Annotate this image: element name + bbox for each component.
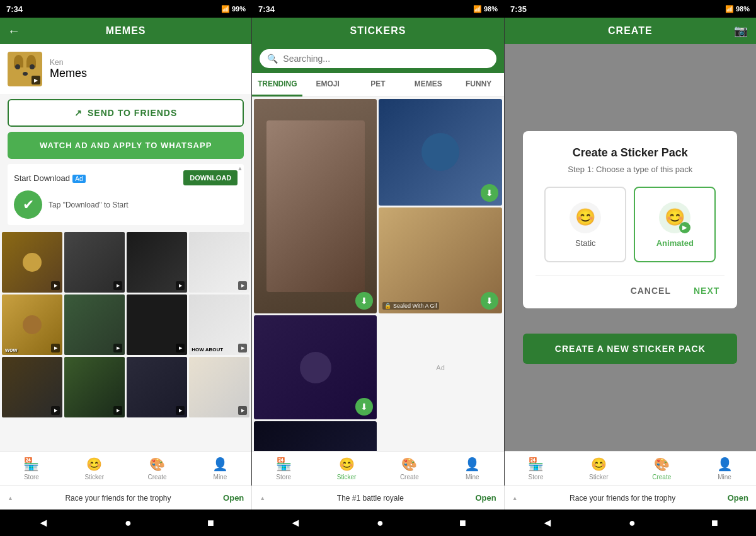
recent-android-p1[interactable]: ■ bbox=[195, 514, 227, 532]
dialog-title: Create a Sticker Pack bbox=[536, 146, 724, 160]
ad-label: Start Download bbox=[14, 173, 70, 183]
sticker-item[interactable]: 🔒 Sealed With A Gif ⬇ bbox=[379, 207, 501, 314]
meme-item[interactable]: ▶ bbox=[189, 357, 249, 417]
bottom-ad-open-p1[interactable]: Open bbox=[223, 493, 244, 503]
nav-store-p3[interactable]: 🏪 Store bbox=[505, 452, 568, 486]
nav-sticker-p1[interactable]: 😊 Sticker bbox=[63, 452, 126, 486]
memes-content: ▶ Ken Memes ↗ SEND TO FRIENDS WATCH AD A… bbox=[0, 44, 251, 451]
sticker-download-button[interactable]: ⬇ bbox=[481, 292, 498, 310]
tab-funny[interactable]: FUNNY bbox=[454, 73, 504, 96]
nav-create-p1[interactable]: 🎨 Create bbox=[126, 452, 189, 486]
nav-sticker-p3[interactable]: 😊 Sticker bbox=[567, 452, 630, 486]
sticker-item[interactable]: GOOD NIGHT! ⬇ bbox=[254, 421, 377, 451]
store-icon-p2: 🏪 bbox=[276, 457, 292, 472]
home-android-p3[interactable]: ● bbox=[616, 514, 648, 532]
search-input[interactable] bbox=[283, 54, 488, 64]
android-nav-p3: ◄ ● ■ bbox=[504, 510, 756, 536]
dialog-option-animated[interactable]: 😊 ▶ Animated bbox=[634, 187, 716, 262]
meme-item[interactable]: ▶ bbox=[64, 232, 125, 293]
home-android-p2[interactable]: ● bbox=[364, 514, 396, 532]
watch-ad-button[interactable]: WATCH AD AND APPLY TO WHATSAPP bbox=[8, 132, 244, 159]
store-icon: 🏪 bbox=[23, 457, 39, 472]
avatar-play-icon: ▶ bbox=[32, 76, 40, 84]
sticker-download-button[interactable]: ⬇ bbox=[481, 184, 498, 202]
meme-item[interactable]: ▶ wow bbox=[2, 294, 62, 355]
nav-mine-label: Mine bbox=[214, 474, 227, 481]
static-icon: 😊 bbox=[570, 202, 601, 233]
meme-item[interactable]: ▶ bbox=[64, 294, 125, 355]
status-icons-panel2: 📶 98% bbox=[473, 5, 498, 13]
back-android-p2[interactable]: ◄ bbox=[277, 514, 314, 532]
nav-mine-p1[interactable]: 👤 Mine bbox=[188, 452, 251, 486]
nav-sticker-p2[interactable]: 😊 Sticker bbox=[315, 452, 378, 486]
sticker-attribution: 🔒 Sealed With A Gif bbox=[382, 302, 439, 310]
profile-title: Memes bbox=[50, 67, 87, 80]
tab-pet[interactable]: PET bbox=[353, 73, 403, 96]
sticker-icon: 😊 bbox=[86, 457, 102, 472]
meme-play-icon: ▶ bbox=[113, 344, 122, 352]
nav-mine-p3[interactable]: 👤 Mine bbox=[693, 452, 756, 486]
ad-badge: Ad bbox=[72, 175, 85, 183]
ad-description: Tap "Download" to Start bbox=[49, 201, 129, 209]
meme-play-icon: ▶ bbox=[176, 344, 185, 352]
sticker-item[interactable]: ⬇ bbox=[379, 99, 501, 206]
back-android-p1[interactable]: ◄ bbox=[25, 514, 62, 532]
nav-create-p3[interactable]: 🎨 Create bbox=[630, 452, 693, 486]
dialog-subtitle: Step 1: Choose a type of this pack bbox=[536, 165, 724, 174]
ad-attribution-icon: ▲ bbox=[237, 165, 243, 172]
bottom-ad-open-p2[interactable]: Open bbox=[475, 493, 496, 503]
meme-item[interactable]: ▶ bbox=[64, 357, 125, 417]
back-button[interactable]: ← bbox=[8, 24, 21, 38]
create-background: Create a Sticker Pack Step 1: Choose a t… bbox=[505, 44, 756, 451]
bottom-ad-text-p3: Race your friends for the trophy bbox=[570, 494, 675, 503]
nav-create-p2[interactable]: 🎨 Create bbox=[378, 452, 441, 486]
recent-android-p2[interactable]: ■ bbox=[447, 514, 479, 532]
meme-play-icon: ▶ bbox=[113, 281, 122, 290]
send-to-friends-button[interactable]: ↗ SEND TO FRIENDS bbox=[8, 99, 244, 127]
bottom-ad-open-p3[interactable]: Open bbox=[728, 493, 748, 503]
ad-header: Start Download Ad DOWNLOAD bbox=[14, 170, 238, 185]
create-icon-p2: 🎨 bbox=[401, 457, 417, 472]
create-sticker-pack-button[interactable]: CREATE A NEW STICKER PACK bbox=[523, 334, 737, 364]
camera-button[interactable]: 📷 bbox=[734, 24, 748, 38]
tab-trending[interactable]: TRENDING bbox=[252, 73, 302, 96]
tab-memes[interactable]: MEMES bbox=[403, 73, 454, 96]
nav-store-label-p2: Store bbox=[276, 474, 291, 481]
tab-emoji[interactable]: EMOJI bbox=[302, 73, 353, 96]
sticker-item[interactable]: ⬇ bbox=[254, 99, 377, 313]
meme-item[interactable]: HOW ABOUT ▶ bbox=[189, 294, 249, 355]
nav-store-label-p3: Store bbox=[529, 474, 544, 481]
bottom-ad-panel1: ▲ Race your friends for the trophy Open bbox=[0, 486, 252, 510]
bottom-nav-panel3: 🏪 Store 😊 Sticker 🎨 Create 👤 Mine bbox=[505, 451, 756, 486]
back-android-p3[interactable]: ◄ bbox=[529, 514, 566, 532]
cancel-button[interactable]: CANCEL bbox=[626, 283, 676, 298]
home-android-p1[interactable]: ● bbox=[112, 514, 144, 532]
animated-label: Animated bbox=[656, 238, 694, 248]
create-icon-p3: 🎨 bbox=[654, 457, 670, 472]
time-panel2: 7:34 bbox=[258, 4, 275, 14]
nav-store-p2[interactable]: 🏪 Store bbox=[252, 452, 315, 486]
meme-item[interactable]: ▶ bbox=[2, 232, 62, 293]
ad-attribution-p3: ▲ bbox=[512, 495, 518, 501]
meme-play-icon: ▶ bbox=[238, 344, 247, 352]
nav-mine-p2[interactable]: 👤 Mine bbox=[441, 452, 504, 486]
panel-create: CREATE 📷 Create a Sticker Pack Step 1: C… bbox=[505, 18, 756, 486]
profile-section: ▶ Ken Memes bbox=[0, 44, 251, 94]
recent-android-p3[interactable]: ■ bbox=[699, 514, 731, 532]
meme-item[interactable]: ▶ bbox=[2, 357, 62, 417]
bottom-ad-text-p1: Race your friends for the trophy bbox=[65, 494, 171, 503]
meme-text-wow: wow bbox=[2, 345, 62, 355]
meme-item[interactable]: ▶ bbox=[127, 232, 187, 293]
nav-store-p1[interactable]: 🏪 Store bbox=[0, 452, 63, 486]
nav-store-label: Store bbox=[24, 474, 39, 481]
dialog-option-static[interactable]: 😊 Static bbox=[544, 187, 626, 262]
meme-item[interactable]: ▶ bbox=[127, 357, 187, 417]
play-badge-icon: ▶ bbox=[679, 222, 690, 233]
sticker-item[interactable]: ⬇ bbox=[254, 315, 377, 419]
meme-item[interactable]: ▶ bbox=[127, 294, 187, 355]
ad-download-button[interactable]: DOWNLOAD bbox=[183, 170, 238, 185]
sticker-download-button[interactable]: ⬇ bbox=[355, 292, 373, 310]
next-button[interactable]: NEXT bbox=[689, 283, 724, 298]
ad-attribution-p2: ▲ bbox=[260, 495, 265, 501]
meme-item[interactable]: ▶ bbox=[189, 232, 249, 293]
